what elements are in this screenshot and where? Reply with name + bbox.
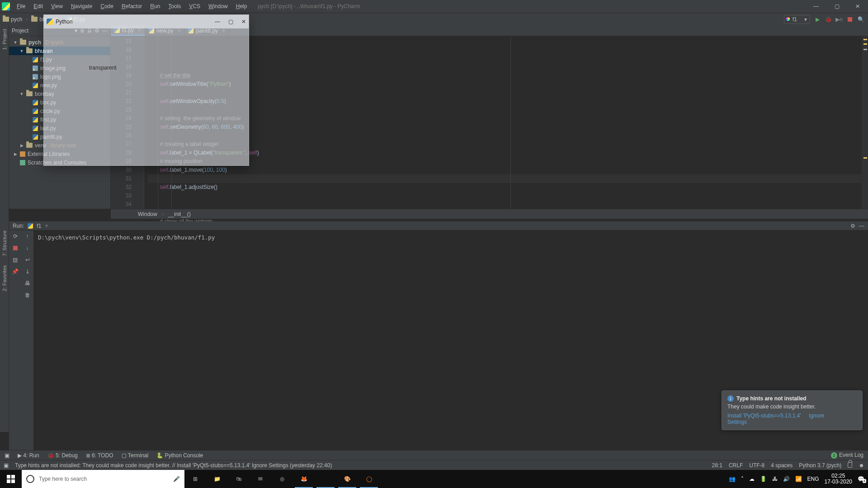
toolwin-pyconsole-tab[interactable]: 🐍 Python Console (156, 452, 203, 459)
pycharm-logo-icon (2, 2, 10, 10)
toolwin-project-tab[interactable]: 1: Project (2, 29, 7, 50)
down-icon[interactable]: ↓ (21, 242, 33, 254)
main-menu[interactable]: FileEditViewNavigateCodeRefactorRunTools… (13, 1, 250, 11)
coverage-icon[interactable]: ▶⎋ (835, 16, 843, 23)
notification-action-install[interactable]: Install 'PyQt5-stubs==5.13.1.4' (727, 413, 801, 419)
menu-refactor[interactable]: Refactor (118, 1, 146, 11)
menu-window[interactable]: Window (205, 1, 231, 11)
scroll-to-end-icon[interactable]: ⤓ (21, 266, 33, 277)
pin-icon[interactable]: 📌 (9, 266, 21, 277)
menu-code[interactable]: Code (97, 1, 117, 11)
status-interpreter[interactable]: Python 3.7 (pych) (799, 462, 841, 469)
stop-icon[interactable] (846, 16, 854, 23)
window-close-icon[interactable]: ✕ (847, 0, 868, 13)
window-maximize-icon[interactable]: ▢ (826, 0, 847, 13)
python-icon (47, 19, 53, 25)
print-icon[interactable]: 🖶 (21, 277, 33, 289)
notification-balloon: iType hints are not installed They could… (722, 390, 863, 431)
onedrive-icon[interactable]: ☁ (749, 476, 755, 482)
menu-vcs[interactable]: VCS (185, 1, 204, 11)
predator-icon[interactable]: ◎ (271, 470, 293, 488)
mic-icon[interactable]: 🎤 (173, 476, 180, 482)
notification-action-settings[interactable]: Settings (727, 419, 747, 425)
toolwin-debug-tab[interactable]: 🐞 5: Debug (47, 452, 78, 459)
inspector-icon[interactable]: ☻ (859, 462, 864, 469)
network-icon[interactable]: 🖧 (772, 476, 778, 482)
pyqt-output-window[interactable]: Python — ▢ ✕ transparent (43, 14, 249, 166)
menu-file[interactable]: File (13, 1, 29, 11)
start-button[interactable] (0, 470, 22, 488)
pyqt-titlebar[interactable]: Python — ▢ ✕ (44, 15, 249, 28)
stop-icon[interactable] (9, 242, 21, 254)
menu-edit[interactable]: Edit (30, 1, 47, 11)
run-config-selector[interactable]: f1 (784, 15, 810, 24)
bottom-tool-buttons: ▣ ▶ 4: Run 🐞 5: Debug ≣ 6: TODO ▢ Termin… (0, 450, 868, 460)
editor-breadcrumb[interactable]: Window › __init__() (111, 209, 868, 219)
system-tray[interactable]: 👥 ˄ ☁ 🔋 🖧 🔊 📶 ENG 02:2517-03-2020 💬4 (729, 473, 868, 485)
pycharm-taskbar-icon[interactable] (315, 470, 336, 488)
volume-icon[interactable]: 🔊 (783, 476, 790, 482)
toolwin-run-tab[interactable]: ▶ 4: Run (18, 452, 39, 459)
rerun-icon[interactable]: ⟳ (9, 230, 21, 242)
info-icon: i (727, 395, 734, 402)
event-log-button[interactable]: 2Event Log (831, 452, 863, 459)
lock-icon[interactable] (848, 462, 852, 468)
run-icon[interactable]: ▶ (814, 16, 821, 23)
window-minimize-icon[interactable]: — (806, 0, 826, 13)
run-toolbar: ⟳ ↑ ↓ ▤ ↩ 📌 ⤓ 🖶 🗑 (9, 230, 33, 450)
notification-action-ignore[interactable]: Ignore (809, 413, 824, 419)
task-view-icon[interactable]: ⊞ (184, 470, 206, 488)
window-maximize-icon[interactable]: ▢ (228, 19, 233, 25)
pyqt-title: Python (56, 19, 72, 25)
language-indicator[interactable]: ENG (807, 476, 819, 482)
status-indent[interactable]: 4 spaces (771, 462, 793, 469)
toolwin-todo-tab[interactable]: ≣ 6: TODO (86, 452, 113, 459)
jupyter-icon[interactable]: ◯ (358, 470, 380, 488)
people-icon[interactable]: 👥 (729, 476, 736, 482)
folder-icon (31, 17, 38, 22)
hide-icon[interactable]: — (859, 223, 864, 229)
toolwin-terminal-tab[interactable]: ▢ Terminal (122, 452, 148, 459)
status-message: Type hints are not installed: They could… (15, 462, 332, 469)
toolwin-favorites-tab[interactable]: 2: Favorites (2, 265, 7, 291)
ms-store-icon[interactable]: 🛍 (228, 470, 250, 488)
status-encoding[interactable]: UTF-8 (749, 462, 764, 469)
search-placeholder: Type here to search (39, 476, 87, 482)
status-caret[interactable]: 28:1 (712, 462, 722, 469)
run-label: Run: (13, 223, 24, 229)
run-target[interactable]: f1 (37, 223, 41, 229)
menu-help[interactable]: Help (232, 1, 251, 11)
notification-title: Type hints are not installed (736, 395, 806, 402)
cortana-icon (26, 475, 34, 483)
firefox-icon[interactable]: 🦊 (293, 470, 315, 488)
taskbar-search[interactable]: Type here to search 🎤 (22, 470, 184, 488)
window-close-icon[interactable]: ✕ (241, 19, 246, 25)
debug-icon[interactable]: 🐞 (825, 16, 832, 23)
error-stripe[interactable] (862, 36, 868, 209)
soft-wrap-icon[interactable]: ↩ (21, 254, 33, 266)
status-line-sep[interactable]: CRLF (729, 462, 743, 469)
paint-icon[interactable]: 🎨 (336, 470, 358, 488)
mail-icon[interactable]: ✉ (250, 470, 271, 488)
trash-icon[interactable]: 🗑 (21, 289, 33, 301)
battery-icon[interactable]: 🔋 (760, 476, 767, 482)
menu-navigate[interactable]: Navigate (67, 1, 96, 11)
tray-chevron-icon[interactable]: ˄ (741, 476, 744, 482)
toolwin-structure-tab[interactable]: 7: Structure (2, 230, 7, 256)
taskbar-clock[interactable]: 02:2517-03-2020 (825, 473, 852, 485)
crumb-root[interactable]: pych (11, 16, 22, 23)
wifi-icon[interactable]: 📶 (795, 476, 802, 482)
file-explorer-icon[interactable]: 📁 (206, 470, 228, 488)
menu-run[interactable]: Run (146, 1, 164, 11)
folder-icon (3, 17, 9, 22)
up-icon[interactable]: ↑ (21, 230, 33, 242)
menu-tools[interactable]: Tools (165, 1, 184, 11)
window-minimize-icon[interactable]: — (215, 19, 220, 25)
search-everywhere-icon[interactable]: 🔍 (857, 16, 864, 23)
layout-icon[interactable]: ▤ (9, 254, 21, 266)
action-center-icon[interactable]: 💬4 (858, 476, 864, 482)
left-tool-strip: 1: Project 7: Structure 2: Favorites (0, 25, 9, 432)
python-file-icon (28, 223, 33, 229)
gear-icon[interactable]: ⚙ (850, 223, 855, 229)
menu-view[interactable]: View (47, 1, 66, 11)
